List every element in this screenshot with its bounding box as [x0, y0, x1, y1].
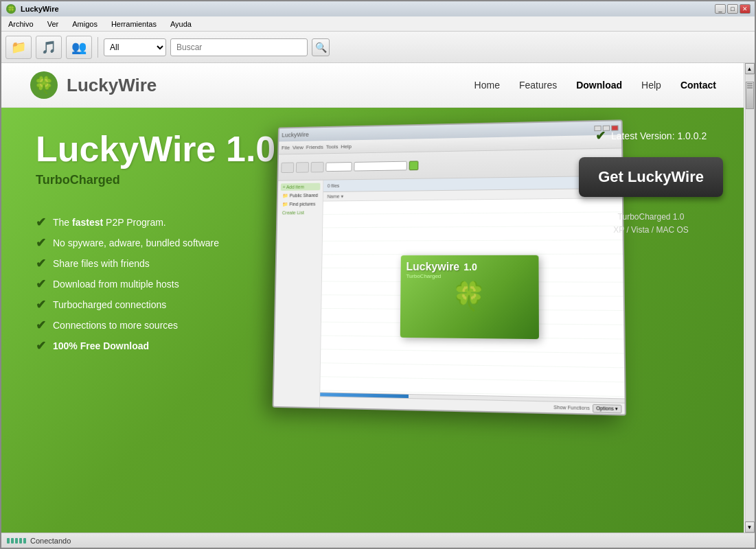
scrollbar-grip-1 [747, 83, 753, 84]
status-dot-2 [11, 538, 14, 544]
platforms-label: XP / Vista / MAC OS [613, 224, 689, 237]
check-icon-4: ✔ [36, 277, 46, 292]
screenshot-toolbar: File View Friends Tools Help [278, 135, 621, 180]
check-icon-6: ✔ [36, 318, 46, 333]
scrollbar-track[interactable] [745, 74, 755, 522]
check-icon-3: ✔ [36, 256, 46, 271]
nav-help[interactable]: Help [641, 80, 661, 91]
ss-btn-3 [311, 162, 324, 173]
ss-clover-icon: 🍀 [406, 282, 533, 310]
status-text: Conectando [30, 537, 71, 545]
screenshot-content: File View Friends Tools Help [274, 135, 625, 414]
feature-text-2: No spyware, adware, bundled software [53, 237, 219, 248]
ss-menu-5: Help [341, 143, 352, 150]
get-luckywire-button[interactable]: Get LuckyWire [579, 157, 723, 197]
window-controls: _ □ ✕ [715, 4, 751, 14]
site-header: 🍀 LuckyWire Home Features Download Help … [1, 63, 744, 108]
ss-search [354, 161, 406, 172]
status-dot-3 [15, 538, 18, 544]
check-icon-7: ✔ [36, 338, 46, 353]
menu-ver[interactable]: Ver [43, 19, 63, 30]
nav-download[interactable]: Download [576, 80, 622, 91]
menu-ayuda[interactable]: Ayuda [166, 19, 196, 30]
toolbar: 📁 🎵 👥 All Music Video Images Documents 🔍 [1, 32, 755, 63]
ss-toolbar [278, 148, 621, 180]
status-indicator [7, 538, 26, 544]
app-window: 🍀 LuckyWire _ □ ✕ Archivo Ver Amigos Her… [0, 0, 756, 549]
nav-contact[interactable]: Contact [680, 80, 716, 91]
content-area: 🍀 LuckyWire Home Features Download Help … [1, 63, 755, 533]
ss-btn-2 [296, 162, 309, 173]
ss-menu-4: Tools [326, 143, 339, 150]
hero-section: LuckyWire 1.0 TurboCharged ✔ The fastest… [1, 108, 744, 533]
ss-sidebar-item-2: 📁 Public Shared [280, 191, 320, 200]
ss-select [325, 162, 352, 172]
folder-button[interactable]: 📁 [5, 36, 32, 59]
logo-icon: 🍀 [29, 70, 60, 101]
site-logo-text: LuckyWire [67, 75, 157, 96]
ss-logo-text-row: Luckywire 1.0 [406, 261, 477, 273]
title-bar-left: 🍀 LuckyWire [5, 3, 59, 14]
check-icon-1: ✔ [36, 215, 46, 230]
toolbar-separator [98, 37, 98, 58]
ss-sidebar-item-4: Create List [280, 209, 320, 216]
search-input[interactable] [170, 38, 308, 56]
feature-text-7: 100% Free Download [53, 340, 149, 351]
hero-right: ✔ Latest Version: 1.0.0.2 Get LuckyWire … [579, 128, 723, 237]
status-dot-1 [7, 538, 10, 544]
version-check-icon: ✔ [595, 128, 606, 143]
ss-menu-2: View [293, 144, 303, 150]
nav-home[interactable]: Home [474, 80, 500, 91]
ss-logo-name: Luckywire [406, 261, 459, 273]
ss-status-footer: Show Functions [553, 405, 589, 410]
search-button[interactable]: 🔍 [312, 38, 330, 56]
svg-text:🍀: 🍀 [7, 5, 16, 14]
check-icon-5: ✔ [36, 297, 46, 312]
title-bar: 🍀 LuckyWire _ □ ✕ [1, 1, 755, 16]
ss-search-btn [409, 161, 419, 170]
ss-sidebar-item-1: + Add item [281, 183, 321, 191]
feature-text-3: Share files with friends [53, 258, 150, 269]
minimize-button[interactable]: _ [715, 4, 726, 14]
feature-text-1: The fastest P2P Program. [53, 217, 166, 228]
hero-screenshot: LuckyWire File View [273, 119, 626, 415]
ss-logo-sub: TurboCharged [406, 273, 441, 279]
turbocharged-label: TurboCharged 1.0 [613, 211, 689, 224]
close-button[interactable]: ✕ [740, 4, 751, 14]
scrollbar-up-button[interactable]: ▲ [745, 63, 755, 74]
scrollbar-grip-3 [747, 87, 753, 89]
category-select[interactable]: All Music Video Images Documents [104, 38, 166, 56]
scrollbar-grip-2 [747, 85, 753, 86]
ss-sidebar-item-3: 📁 Find pictures [280, 200, 320, 209]
status-dot-5 [23, 538, 26, 544]
scrollbar-down-button[interactable]: ▼ [745, 522, 755, 533]
menu-amigos[interactable]: Amigos [68, 19, 102, 30]
screenshot-window: LuckyWire File View [273, 119, 626, 415]
ss-main-area: + Add item 📁 Public Shared 📁 Find pictur… [274, 176, 625, 414]
ss-menu-3: Friends [306, 144, 323, 150]
latest-version: ✔ Latest Version: 1.0.0.2 [595, 128, 707, 143]
check-icon-2: ✔ [36, 235, 46, 250]
music-button[interactable]: 🎵 [36, 36, 62, 59]
window-title: LuckyWire [21, 5, 59, 13]
ss-options-btn: Options ▾ [593, 404, 622, 413]
menu-archivo[interactable]: Archivo [4, 19, 38, 30]
site-nav: Home Features Download Help Contact [474, 80, 716, 91]
feature-text-5: Turbocharged connections [53, 299, 166, 310]
app-icon: 🍀 [5, 3, 16, 14]
main-content: 🍀 LuckyWire Home Features Download Help … [1, 63, 744, 533]
version-label: Latest Version: 1.0.0.2 [611, 130, 707, 141]
users-button[interactable]: 👥 [66, 36, 92, 59]
scrollbar-thumb[interactable] [746, 82, 754, 109]
menu-bar: Archivo Ver Amigos Herramientas Ayuda [1, 16, 755, 32]
ss-app-logo-card: Luckywire 1.0 TurboCharged 🍀 [400, 255, 539, 339]
site-logo: 🍀 LuckyWire [29, 70, 157, 101]
ss-sidebar: + Add item 📁 Public Shared 📁 Find pictur… [274, 180, 324, 408]
nav-features[interactable]: Features [519, 80, 557, 91]
ss-files-count: 0 files [328, 183, 340, 188]
status-bar: Conectando [1, 533, 755, 548]
maximize-button[interactable]: □ [727, 4, 738, 14]
status-dot-4 [19, 538, 22, 544]
svg-text:🍀: 🍀 [34, 75, 54, 95]
menu-herramientas[interactable]: Herramientas [107, 19, 161, 30]
